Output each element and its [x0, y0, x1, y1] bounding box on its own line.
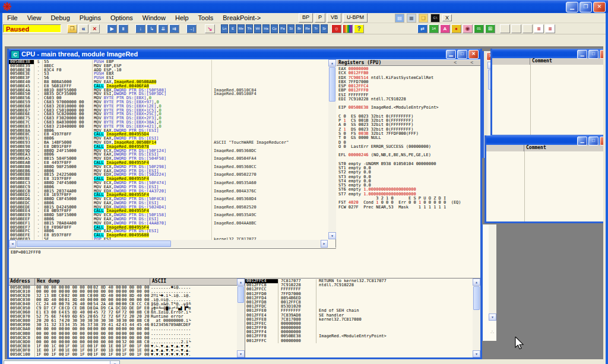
- stack-row[interactable]: 0012FFC47C817077RETURN to kernel32.7C817…: [245, 279, 473, 283]
- scroll-down-icon[interactable]: ▼: [328, 232, 336, 239]
- panel-button-br[interactable]: Br: [296, 24, 303, 33]
- stack-row[interactable]: 0012FFF80050BE38ImageRed.<ModuleEntryPoi…: [245, 334, 473, 338]
- scroll-left-icon[interactable]: ◀: [9, 240, 16, 248]
- stack-row[interactable]: 0012FFD80012FFC8: [245, 300, 473, 305]
- layout-icon[interactable]: ≣: [534, 24, 544, 33]
- binary-icon[interactable]: 01: [474, 24, 484, 33]
- disassembly-vscrollbar[interactable]: ▲ ▼: [328, 59, 336, 239]
- register-line[interactable]: O 0 LastErr ERROR_SUCCESS (00000000): [338, 145, 480, 149]
- restore-button[interactable]: ❐: [580, 2, 592, 12]
- stack-row[interactable]: 0012FFCCFFFFFFFF: [245, 287, 473, 292]
- minimize-button[interactable]: ▁: [577, 137, 587, 145]
- blank-button[interactable]: [522, 24, 533, 33]
- info-pane[interactable]: EBP=0012FFF0: [9, 248, 336, 278]
- disasm-row[interactable]: 0050BEB0.8B0D 98F25000MOV ECX,DWORD PTR …: [9, 165, 328, 169]
- panel-button-th[interactable]: Th: [246, 24, 253, 33]
- help-icon[interactable]: ?: [354, 24, 364, 33]
- panel-button-e[interactable]: E: [229, 24, 236, 33]
- run-icon[interactable]: ▶: [107, 24, 117, 33]
- blank-button[interactable]: [511, 24, 521, 33]
- menu-view[interactable]: View: [23, 14, 46, 21]
- plugin-button-vb[interactable]: VB: [327, 13, 341, 23]
- stack-row[interactable]: 0012FFE47C839AD8SE handler: [245, 314, 473, 318]
- menu-tools[interactable]: Tools: [194, 14, 218, 21]
- blank-button[interactable]: [500, 24, 510, 33]
- stack-row[interactable]: 0012FFEC00000000: [245, 322, 473, 326]
- close-button[interactable]: ✕: [600, 137, 603, 145]
- open-file-icon[interactable]: ❐: [67, 24, 77, 33]
- menu-file[interactable]: File: [2, 14, 23, 21]
- spiral-icon[interactable]: ◉: [463, 24, 473, 33]
- analyze-icon[interactable]: A: [440, 24, 450, 33]
- comment-window-top[interactable]: ▁ □ ✕ Comment ▲ ▼: [490, 49, 603, 137]
- plugin-button-u-bpm[interactable]: U-BPM: [343, 13, 368, 23]
- window-grid-icon[interactable]: ⊞: [485, 24, 495, 33]
- disasm-row[interactable]: 0050BE83.C683 21040000 00MOV BYTE PTR DS…: [9, 125, 328, 129]
- stack-scrollbar[interactable]: ▲ ▼: [473, 278, 480, 357]
- animate-over-icon[interactable]: ⇉: [169, 24, 179, 33]
- chevron-down-icon[interactable]: ▼: [110, 361, 119, 364]
- stack-row[interactable]: 0012FFD07FFD7000: [245, 292, 473, 296]
- menu-options[interactable]: Options: [106, 14, 138, 21]
- plugin-button-bp[interactable]: BP: [299, 13, 313, 23]
- step-into-icon[interactable]: ↓: [135, 24, 145, 33]
- scrollbar[interactable]: ▼: [489, 224, 496, 321]
- console-icon[interactable]: C:\: [430, 14, 440, 23]
- register-line[interactable]: FCW 027F Prec NEAR,53 Mask 1 1 1 1 1 1: [338, 205, 480, 210]
- notes-icon[interactable]: ▤: [395, 14, 404, 23]
- panel-button-ln[interactable]: Ln: [221, 24, 228, 33]
- restart-icon[interactable]: «: [78, 24, 88, 33]
- scroll-up-icon[interactable]: ▲: [328, 59, 336, 67]
- register-line[interactable]: EFL 00000246 (NO,NB,E,BE,NS,PE,GE,LE): [338, 153, 480, 157]
- stack-row[interactable]: 0012FFFC00000000: [245, 339, 473, 343]
- pause-icon[interactable]: ‖: [118, 24, 128, 33]
- menu-help[interactable]: Help: [170, 14, 194, 21]
- window-titlebar[interactable]: ▁ □ ✕: [492, 49, 603, 58]
- app-titlebar[interactable]: ▁ ❐ ✕: [0, 0, 608, 13]
- pane-caret-icon[interactable]: <: [454, 60, 457, 66]
- pane-caret-icon[interactable]: <: [470, 60, 473, 66]
- record-icon[interactable]: ●: [451, 24, 461, 33]
- resize-grip[interactable]: ∴: [489, 329, 496, 336]
- stack-row[interactable]: 0012FFE87C817080kernel32.7C817080: [245, 318, 473, 322]
- minimize-button[interactable]: ▁: [566, 2, 578, 12]
- comment-window-middle[interactable]: ▁ □ ✕ Comment ▲ ▼: [484, 135, 603, 223]
- dump-row[interactable]: 0050C1001F 00 1F 001F 00 1F 001F 00 1F 0…: [9, 353, 237, 357]
- command-combobox[interactable]: ▼: [4, 360, 120, 364]
- scroll-thumb[interactable]: [17, 240, 171, 247]
- panel-button-sr[interactable]: Sr: [321, 24, 328, 33]
- register-line[interactable]: T 0 GS 0000 NULL: [338, 136, 480, 140]
- command-combobox-value[interactable]: [4, 361, 110, 364]
- stack-row[interactable]: 0012FFD48054B6ED: [245, 296, 473, 300]
- close-button[interactable]: ✕: [593, 2, 606, 12]
- panel-button-me[interactable]: Me: [238, 24, 245, 33]
- panel-button-pa[interactable]: Pa: [279, 24, 286, 33]
- scroll-down-icon[interactable]: ▼: [473, 350, 480, 357]
- background-window-fragment-bottom[interactable]: ▼ ∴: [481, 224, 496, 341]
- stack-row[interactable]: 0012FFE0FFFFFFFFEnd of SEH chain: [245, 309, 473, 313]
- disassembly-hscrollbar[interactable]: ◀ ▶: [9, 240, 328, 248]
- scroll-down-icon[interactable]: ▼: [237, 350, 245, 357]
- step-over-icon[interactable]: ↳: [147, 24, 157, 33]
- window-titlebar[interactable]: ▁ □ ✕: [486, 135, 603, 145]
- plugin-close-button[interactable]: X: [442, 14, 452, 21]
- scroll-thumb[interactable]: [238, 286, 244, 303]
- panel-button-cp[interactable]: Cp: [271, 24, 278, 33]
- scroll-thumb[interactable]: [329, 67, 335, 102]
- disasm-row[interactable]: 0050BE3E.53PUSH EBX: [9, 72, 328, 76]
- hit-trace-icon[interactable]: ↘: [205, 24, 215, 33]
- minimize-button[interactable]: ▁: [446, 50, 456, 59]
- minimize-button[interactable]: ▁: [577, 50, 587, 59]
- menu-debug[interactable]: Debug: [46, 14, 74, 21]
- swap-icon[interactable]: ⇄: [417, 24, 428, 33]
- disasm-row[interactable]: 0050BE3B.83C4 F0ADD ESP,-10: [9, 68, 328, 72]
- disasm-row[interactable]: 0050BED6.8B0D C8F45000MOV ECX,DWORD PTR …: [9, 197, 328, 201]
- disasm-row[interactable]: 0050BE9D.8B0D 24F15000MOV ECX,DWORD PTR …: [9, 149, 328, 153]
- layout-icon[interactable]: ≣: [545, 24, 555, 33]
- close-program-icon[interactable]: ×: [90, 24, 100, 33]
- maximize-button[interactable]: □: [457, 50, 467, 59]
- maximize-button[interactable]: □: [588, 50, 598, 59]
- maximize-button[interactable]: □: [588, 137, 598, 145]
- plugin-button-p[interactable]: P: [315, 13, 325, 23]
- register-line[interactable]: EDI 7C910228 ntdll.7C910228: [338, 97, 480, 102]
